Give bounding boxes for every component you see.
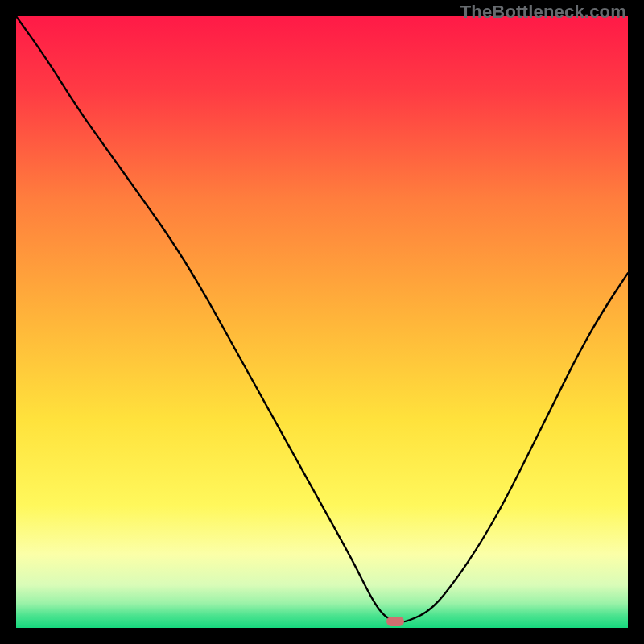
watermark-text: TheBottleneck.com [460,2,626,23]
curve-layer [16,16,628,628]
bottleneck-curve [16,16,628,621]
outer-frame: TheBottleneck.com [0,0,644,644]
plot-area [16,16,628,628]
optimum-marker [386,617,404,626]
